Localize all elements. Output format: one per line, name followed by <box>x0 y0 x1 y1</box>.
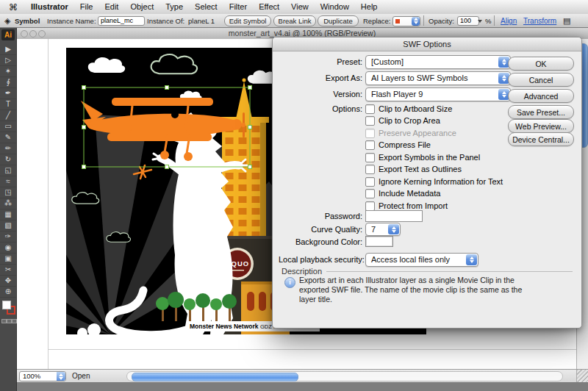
menu-item-select[interactable]: Select <box>189 0 223 14</box>
resize-grip[interactable] <box>576 370 588 382</box>
tool-palette: Ai ▶ ▷ ✶ ∮ ✒ T ╱ ▭ ✎ ✏ ↻ ◱ ≈ ◳ ⁂ ▦ ▧ ✑ ◉… <box>0 27 17 391</box>
opacity-input[interactable] <box>457 16 479 26</box>
horizontal-scrollbar[interactable] <box>126 371 563 381</box>
menu-item-illustrator[interactable]: Illustrator <box>25 0 74 14</box>
tool-line[interactable]: ╱ <box>0 110 16 121</box>
advanced-button[interactable]: Advanced <box>508 89 574 103</box>
duplicate-button[interactable]: Duplicate <box>318 15 359 26</box>
password-input[interactable] <box>365 210 423 222</box>
tool-paintbrush[interactable]: ✎ <box>0 132 16 143</box>
checkbox-row-3[interactable]: Compress File <box>365 140 431 150</box>
warp-icon: ≈ <box>6 177 10 185</box>
cancel-button[interactable]: Cancel <box>508 73 574 87</box>
tool-rotate[interactable]: ↻ <box>0 154 16 165</box>
dialog-title-bar[interactable]: SWF Options <box>273 37 581 51</box>
options-label: Options: <box>279 104 362 113</box>
tool-magic-wand[interactable]: ✶ <box>0 65 16 77</box>
menu-item-type[interactable]: Type <box>159 0 189 14</box>
background-color-label: Background Color: <box>279 237 362 246</box>
checkbox-label: Clip to Crop Area <box>379 116 440 125</box>
checkbox-row-4[interactable]: Export Symbols in the Panel <box>365 152 480 162</box>
checkbox-row-0[interactable]: Clip to Artboard Size <box>365 104 452 114</box>
checkbox-row-2[interactable]: Preserve Appearance <box>365 128 456 138</box>
context-label: Symbol <box>15 17 40 25</box>
screen-mode-full[interactable] <box>12 319 17 323</box>
playback-select[interactable]: Access local files only <box>365 253 478 267</box>
apple-menu-icon[interactable]: ⌘ <box>0 2 25 12</box>
tool-blend[interactable]: ◉ <box>0 242 16 254</box>
tool-rectangle[interactable]: ▭ <box>0 121 16 132</box>
tool-warp[interactable]: ≈ <box>0 176 16 187</box>
menu-item-view[interactable]: View <box>285 0 315 14</box>
tool-direct-selection[interactable]: ▷ <box>0 54 16 66</box>
ok-button[interactable]: OK <box>508 57 574 71</box>
tool-zoom[interactable]: ⊕ <box>0 286 16 298</box>
export-as-value: AI Layers to SWF Symbols <box>371 72 467 84</box>
tool-free-transform[interactable]: ◳ <box>0 187 16 198</box>
web-preview-button[interactable]: Web Preview... <box>508 119 574 133</box>
export-as-select[interactable]: AI Layers to SWF Symbols <box>365 71 511 85</box>
version-select[interactable]: Flash Player 9 <box>365 87 511 101</box>
screen-mode-menu[interactable] <box>7 319 12 323</box>
tool-hand[interactable]: ✥ <box>0 275 16 287</box>
free-transform-icon: ◳ <box>4 188 11 196</box>
close-button[interactable] <box>21 30 28 37</box>
tool-pen[interactable]: ✒ <box>0 87 16 99</box>
menu-item-filter[interactable]: Filter <box>223 0 253 14</box>
background-color-well[interactable] <box>365 236 393 247</box>
tool-scale[interactable]: ◱ <box>0 165 16 176</box>
menu-item-object[interactable]: Object <box>124 0 159 14</box>
checkbox-row-8[interactable]: Protect from Import <box>365 201 448 211</box>
preset-select[interactable]: [Custom] <box>365 55 511 69</box>
tool-slice[interactable]: ✂ <box>0 264 16 276</box>
edit-symbol-button[interactable]: Edit Symbol <box>224 15 271 26</box>
checkbox <box>365 189 375 198</box>
transform-link[interactable]: Transform <box>523 17 556 25</box>
menu-item-window[interactable]: Window <box>315 0 355 14</box>
tool-graph[interactable]: ▦ <box>0 209 16 220</box>
menu-item-help[interactable]: Help <box>355 0 384 14</box>
break-link-button[interactable]: Break Link <box>273 15 316 26</box>
export-as-label: Export As: <box>279 73 362 82</box>
instance-name-input[interactable] <box>98 16 145 26</box>
screen-mode-normal[interactable] <box>1 319 7 323</box>
checkbox-label: Ignore Kerning Information for Text <box>379 177 503 186</box>
checkbox <box>365 165 375 174</box>
description-text: Exports art in each Illustrator layer as… <box>299 276 528 304</box>
save-preset-button[interactable]: Save Preset... <box>508 105 574 119</box>
menu-item-file[interactable]: File <box>74 0 99 14</box>
fill-color-swatch[interactable] <box>2 301 11 309</box>
checkbox <box>365 129 375 138</box>
tool-type[interactable]: T <box>0 98 16 110</box>
zoom-button[interactable] <box>38 30 46 37</box>
menu-item-effect[interactable]: Effect <box>253 0 285 14</box>
curve-quality-label: Curve Quality: <box>279 225 362 234</box>
tool-lasso[interactable]: ∮ <box>0 76 16 88</box>
percent-label: % <box>485 17 491 25</box>
tool-pencil[interactable]: ✏ <box>0 143 16 154</box>
zoom-select[interactable]: 100% <box>19 371 66 381</box>
tool-eyedropper[interactable]: ✑ <box>0 231 16 243</box>
minimize-button[interactable] <box>29 30 37 37</box>
tool-gradient[interactable]: ▧ <box>0 220 16 232</box>
popup-arrows-icon <box>466 254 477 265</box>
align-link[interactable]: Align <box>501 17 517 25</box>
description-label: Description <box>282 267 322 276</box>
tool-selection[interactable]: ▶ <box>0 43 16 55</box>
hand-icon: ✥ <box>5 276 11 284</box>
device-central-button[interactable]: Device Central... <box>508 132 574 146</box>
checkbox-row-1[interactable]: Clip to Crop Area <box>365 115 440 126</box>
tool-live-paint[interactable]: ▣ <box>0 253 16 265</box>
checkbox-row-7[interactable]: Include Metadata <box>365 188 440 198</box>
checkbox-row-6[interactable]: Ignore Kerning Information for Text <box>365 176 503 187</box>
curve-quality-select[interactable]: 7 <box>365 223 401 236</box>
version-label: Version: <box>279 90 362 98</box>
selection-icon: ▶ <box>5 45 11 53</box>
horizontal-scroll-thumb[interactable] <box>132 373 298 381</box>
checkbox-row-5[interactable]: Export Text as Outlines <box>365 164 462 174</box>
opacity-popup-icon[interactable] <box>478 20 482 23</box>
menu-item-edit[interactable]: Edit <box>98 0 124 14</box>
replace-select[interactable] <box>392 16 420 26</box>
panels-icon[interactable]: ▤ <box>563 16 570 26</box>
tool-symbol-sprayer[interactable]: ⁂ <box>0 198 16 209</box>
